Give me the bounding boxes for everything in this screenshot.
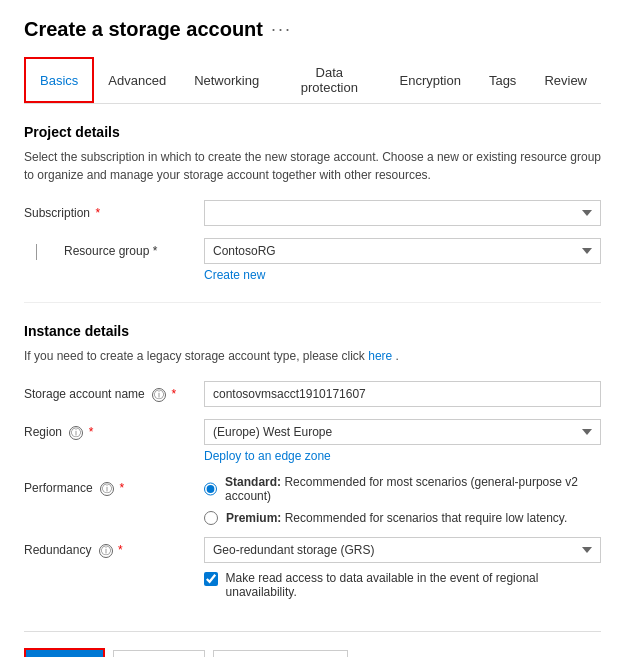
performance-label: Performance ⓘ * (24, 475, 204, 496)
storage-account-name-input[interactable]: contosovmsacct1910171607 (204, 381, 601, 407)
region-wrapper: (Europe) West Europe Deploy to an edge z… (204, 419, 601, 463)
tab-tags[interactable]: Tags (475, 57, 530, 103)
here-link[interactable]: here (368, 349, 392, 363)
tab-basics[interactable]: Basics (24, 57, 94, 103)
resource-group-wrapper: ContosoRG Create new (204, 238, 601, 282)
redundancy-label: Redundancy ⓘ * (24, 537, 204, 558)
resource-group-label: Resource group * (64, 238, 204, 258)
next-button[interactable]: Next : Advanced > (213, 650, 349, 657)
storage-name-info-icon[interactable]: ⓘ (152, 388, 166, 402)
resource-group-indent (24, 238, 64, 260)
performance-standard-option[interactable]: Standard: Recommended for most scenarios… (204, 475, 601, 503)
performance-standard-label: Standard: (225, 475, 281, 489)
redundancy-wrapper: Geo-redundant storage (GRS) Make read ac… (204, 537, 601, 599)
read-access-checkbox[interactable] (204, 572, 218, 586)
subscription-select[interactable] (204, 200, 601, 226)
region-required: * (89, 425, 94, 439)
tab-advanced[interactable]: Advanced (94, 57, 180, 103)
create-new-link[interactable]: Create new (204, 268, 265, 282)
tab-data-protection[interactable]: Data protection (273, 57, 385, 103)
nav-tabs: Basics Advanced Networking Data protecti… (24, 57, 601, 104)
subscription-wrapper (204, 200, 601, 226)
performance-info-icon[interactable]: ⓘ (100, 482, 114, 496)
redundancy-required: * (118, 543, 123, 557)
deploy-edge-zone-link[interactable]: Deploy to an edge zone (204, 449, 331, 463)
storage-account-name-wrapper: contosovmsacct1910171607 (204, 381, 601, 407)
resource-group-select[interactable]: ContosoRG (204, 238, 601, 264)
page-title: Create a storage account (24, 18, 263, 41)
redundancy-select[interactable]: Geo-redundant storage (GRS) (204, 537, 601, 563)
instance-details-desc: If you need to create a legacy storage a… (24, 347, 601, 365)
footer-bar: Review < Previous Next : Advanced > (24, 631, 601, 657)
previous-button[interactable]: < Previous (113, 650, 205, 657)
tab-encryption[interactable]: Encryption (385, 57, 474, 103)
performance-premium-option[interactable]: Premium: Recommended for scenarios that … (204, 511, 601, 525)
performance-premium-desc: Recommended for scenarios that require l… (285, 511, 568, 525)
performance-premium-label: Premium: (226, 511, 281, 525)
performance-wrapper: Standard: Recommended for most scenarios… (204, 475, 601, 525)
read-access-label: Make read access to data available in th… (226, 571, 601, 599)
performance-required: * (119, 481, 124, 495)
resource-group-required: * (153, 244, 158, 258)
performance-standard-radio[interactable] (204, 482, 217, 496)
review-button[interactable]: Review (24, 648, 105, 657)
region-label: Region ⓘ * (24, 419, 204, 440)
tab-review[interactable]: Review (530, 57, 601, 103)
storage-account-name-label: Storage account name ⓘ * (24, 381, 204, 402)
project-details-desc: Select the subscription in which to crea… (24, 148, 601, 184)
region-select[interactable]: (Europe) West Europe (204, 419, 601, 445)
performance-premium-radio[interactable] (204, 511, 218, 525)
tab-networking[interactable]: Networking (180, 57, 273, 103)
project-details-title: Project details (24, 124, 601, 140)
instance-details-title: Instance details (24, 323, 601, 339)
section-divider-1 (24, 302, 601, 303)
subscription-label: Subscription * (24, 200, 204, 220)
performance-radio-group: Standard: Recommended for most scenarios… (204, 475, 601, 525)
read-access-checkbox-row: Make read access to data available in th… (204, 571, 601, 599)
region-info-icon[interactable]: ⓘ (69, 426, 83, 440)
storage-name-required: * (171, 387, 176, 401)
page-title-dots: ··· (271, 19, 292, 40)
redundancy-info-icon[interactable]: ⓘ (99, 544, 113, 558)
subscription-required: * (95, 206, 100, 220)
